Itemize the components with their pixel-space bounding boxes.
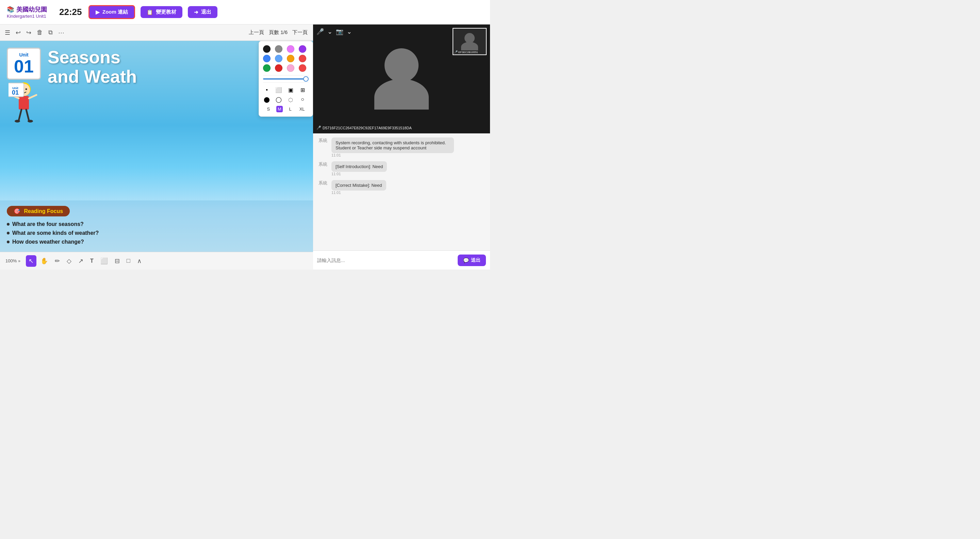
image-tool-button[interactable]: ⊟: [112, 255, 123, 267]
chat-input-row: 💬 送出: [313, 250, 490, 269]
size-slider-row: [263, 75, 309, 83]
select-tool-button[interactable]: ↖: [26, 255, 37, 267]
size-xl[interactable]: XL: [298, 106, 306, 112]
video-avatar: [374, 48, 429, 110]
color-red[interactable]: [299, 55, 306, 62]
chat-time-3: 11:01: [331, 191, 485, 195]
size-m[interactable]: M: [276, 106, 283, 112]
arrow-tool-button[interactable]: ↗: [76, 255, 86, 267]
shape-square-outline[interactable]: ▣: [287, 86, 294, 94]
more-options-button[interactable]: ⋯: [57, 27, 66, 38]
color-pink-light[interactable]: [287, 45, 294, 53]
zoom-connect-button[interactable]: ▶ Zoom 連結: [89, 5, 135, 19]
chat-bubble-3: [Correct Mistake]: Need: [331, 180, 386, 191]
shape-tool-button[interactable]: □: [124, 255, 133, 266]
send-icon: 💬: [463, 258, 469, 263]
delete-icon: 🗑: [37, 29, 43, 36]
send-button[interactable]: 💬 送出: [458, 254, 486, 266]
color-green[interactable]: [263, 64, 270, 72]
color-picker-popup: ▪ ⬜ ▣ ⊞ ⬤ ◯ ◌ ○ S M L XL: [259, 41, 313, 117]
exit-button[interactable]: ➜ 退出: [188, 6, 218, 18]
color-blue-light[interactable]: [275, 55, 282, 62]
logo-icon: 📚: [7, 6, 14, 13]
size-slider[interactable]: [263, 78, 309, 79]
change-material-button[interactable]: 📋 變更教材: [140, 6, 182, 18]
text-tool-button[interactable]: T: [88, 256, 96, 266]
participant-id-text: D5716F21CC2647E829C92EF17A69E9F3351518DA: [323, 126, 412, 130]
logo-area: 📚 美國幼兒園 Kindergarten1 Unit1: [7, 5, 47, 19]
avatar-head: [385, 48, 418, 82]
color-red-dark[interactable]: [275, 64, 282, 72]
send-label: 送出: [471, 257, 480, 263]
more-tools-button[interactable]: ∧: [134, 255, 144, 267]
whiteboard-panel: ☰ ↩ ↪ 🗑 ⧉ ⋯ 上一頁 頁數 1/6 下一頁: [0, 24, 313, 269]
chat-time-2: 11:01: [331, 172, 485, 176]
shape-square-dotted[interactable]: ⊞: [299, 86, 306, 94]
shape-circle-thin[interactable]: ○: [299, 95, 306, 103]
chat-input[interactable]: [317, 258, 455, 263]
chat-messages: 系統 System recording, contacting with stu…: [313, 134, 490, 250]
video-participant-id: 🎤 D5716F21CC2647E829C92EF17A69E9F3351518…: [317, 126, 412, 130]
redo-button[interactable]: ↪: [25, 27, 33, 38]
unit-number: 01: [13, 57, 34, 75]
shape-square-solid[interactable]: ▪: [263, 86, 270, 94]
size-s[interactable]: S: [266, 106, 271, 112]
delete-button[interactable]: 🗑: [35, 27, 44, 37]
chat-message-3: 系統 [Correct Mistake]: Need 11:01: [318, 180, 485, 195]
chat-message-2: 系統 [Self Introduction]: Need 11:01: [318, 161, 485, 176]
chat-sender-3: 系統: [318, 180, 329, 186]
pen-tool-button[interactable]: ✏: [52, 255, 63, 267]
size-row: S M L XL: [263, 106, 309, 112]
audio-chevron-button[interactable]: ⌄: [327, 28, 332, 35]
menu-button[interactable]: ☰: [3, 27, 11, 38]
zoom-level: 100%: [5, 258, 17, 263]
svg-text:01: 01: [12, 89, 19, 96]
eraser-tool-button[interactable]: ◇: [64, 255, 74, 267]
color-orange[interactable]: [287, 55, 294, 62]
mic-icon: 🎤: [317, 126, 321, 130]
bullet-item-1: What are the four seasons?: [7, 221, 306, 227]
prev-page-button[interactable]: 上一頁: [247, 29, 266, 37]
bullet-dot-2: [7, 232, 10, 234]
shape-circle-solid[interactable]: ⬤: [263, 95, 270, 103]
small-video: 🎤 EF3EC2B19551: [453, 28, 487, 55]
camera-chevron-button[interactable]: ⌄: [347, 28, 352, 35]
reading-focus-banner: Reading Focus: [7, 206, 70, 216]
bullet-text-3: How does weather change?: [12, 239, 84, 245]
color-gray[interactable]: [275, 45, 282, 53]
color-black[interactable]: [263, 45, 270, 53]
svg-point-9: [14, 120, 20, 122]
avatar-body: [374, 79, 429, 110]
next-page-button[interactable]: 下一頁: [290, 29, 310, 37]
svg-line-8: [26, 110, 29, 121]
shape-grid: ▪ ⬜ ▣ ⊞ ⬤ ◯ ◌ ○: [263, 86, 309, 103]
chat-time-1: 11:01: [331, 153, 485, 157]
color-red2[interactable]: [299, 64, 306, 72]
unit-box: Unit 01: [7, 48, 41, 79]
small-avatar-body: [461, 42, 478, 50]
color-blue[interactable]: [263, 55, 270, 62]
shape-circle-dashed[interactable]: ◌: [287, 95, 294, 103]
hand-tool-button[interactable]: ✋: [38, 255, 51, 267]
copy-icon: ⧉: [48, 29, 53, 36]
svg-point-10: [27, 120, 33, 122]
shape-circle-outline[interactable]: ◯: [275, 95, 282, 103]
camera-button[interactable]: 📷: [336, 28, 343, 35]
mute-button[interactable]: 🎤: [317, 28, 324, 35]
color-pink[interactable]: [287, 64, 294, 72]
copy-button[interactable]: ⧉: [47, 27, 54, 37]
undo-button[interactable]: ↩: [14, 27, 22, 38]
chat-sender-2: 系統: [318, 161, 329, 167]
bullet-item-2: What are some kinds of weather?: [7, 230, 306, 236]
shape-square-round[interactable]: ⬜: [275, 86, 282, 94]
zoom-expand-button[interactable]: »: [18, 259, 21, 263]
color-purple[interactable]: [299, 45, 306, 53]
sticky-tool-button[interactable]: ⬜: [98, 255, 111, 267]
logo-subtitle: Kindergarten1 Unit1: [7, 14, 46, 19]
size-l[interactable]: L: [288, 106, 293, 112]
exit-label: 退出: [201, 9, 211, 15]
logo-title-text: 美國幼兒園: [16, 5, 47, 14]
bullet-dot-1: [7, 223, 10, 226]
svg-point-3: [25, 89, 27, 90]
chat-bubble-2: [Self Introduction]: Need: [331, 161, 387, 172]
